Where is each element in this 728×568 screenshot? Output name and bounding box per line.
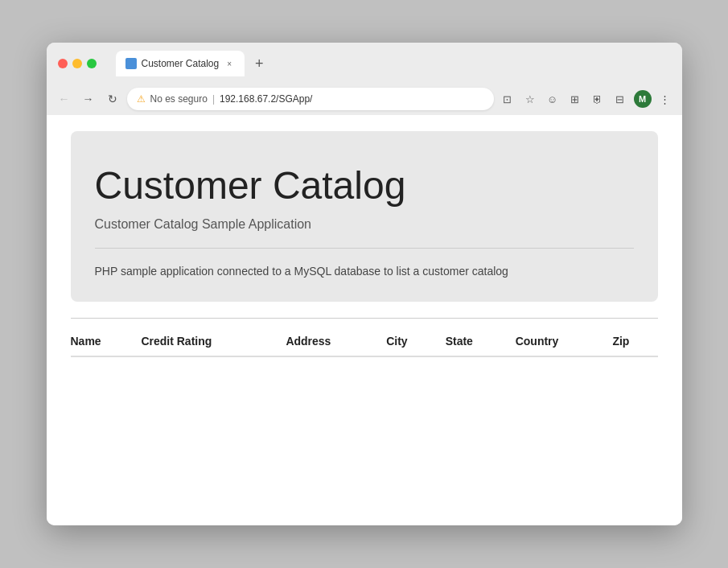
tab-bar: Customer Catalog × + <box>116 51 671 76</box>
title-bar: Customer Catalog × + <box>47 43 682 83</box>
table-header-row: NameCredit RatingAddressCityStateCountry… <box>71 327 658 356</box>
browser-toolbar-icons: ⊡ ☆ ☺ ⊞ ⛨ ⊟ M ⋮ <box>499 90 674 108</box>
customer-table: NameCredit RatingAddressCityStateCountry… <box>71 327 658 357</box>
shield-icon[interactable]: ⛨ <box>589 90 607 108</box>
page-subtitle: Customer Catalog Sample Application <box>95 217 634 232</box>
back-button[interactable]: ← <box>55 89 74 109</box>
url-text: 192.168.67.2/SGApp/ <box>220 93 484 105</box>
tab-title: Customer Catalog <box>142 58 220 69</box>
page-description: PHP sample application connected to a My… <box>95 265 634 278</box>
bookmark-icon[interactable]: ☆ <box>521 90 539 108</box>
translate-icon[interactable]: ⊡ <box>499 90 516 108</box>
extensions-icon[interactable]: ⊞ <box>566 90 584 108</box>
address-bar[interactable]: ⚠ No es seguro | 192.168.67.2/SGApp/ <box>127 88 494 110</box>
menu-icon[interactable]: ⋮ <box>656 90 674 108</box>
close-window-button[interactable] <box>58 59 68 68</box>
maximize-window-button[interactable] <box>87 59 97 68</box>
security-text: No es seguro <box>150 93 208 105</box>
table-header-country: Country <box>509 327 607 356</box>
active-tab[interactable]: Customer Catalog × <box>116 51 245 76</box>
new-tab-button[interactable]: + <box>248 52 270 75</box>
user-avatar[interactable]: M <box>634 90 652 108</box>
emoji-icon[interactable]: ☺ <box>544 90 561 108</box>
browser-window: Customer Catalog × + ← → ↻ ⚠ No es segur… <box>47 43 682 525</box>
security-warning-icon: ⚠ <box>137 93 146 105</box>
table-header-state: State <box>439 327 509 356</box>
forward-button[interactable]: → <box>79 89 98 109</box>
table-header-city: City <box>380 327 439 356</box>
table-top-divider <box>71 318 658 319</box>
hero-divider <box>95 248 634 249</box>
page-title: Customer Catalog <box>95 163 634 208</box>
tab-favicon-icon <box>125 58 137 69</box>
puzzle-icon[interactable]: ⊟ <box>611 90 629 108</box>
reload-button[interactable]: ↻ <box>103 89 122 109</box>
tab-close-button[interactable]: × <box>224 58 235 69</box>
address-bar-row: ← → ↻ ⚠ No es seguro | 192.168.67.2/SGAp… <box>47 83 682 115</box>
separator: | <box>212 93 215 105</box>
page-content: Customer Catalog Customer Catalog Sample… <box>47 115 682 525</box>
hero-section: Customer Catalog Customer Catalog Sample… <box>71 131 658 302</box>
traffic-lights <box>58 59 97 68</box>
table-header-name: Name <box>71 327 135 356</box>
table-header-address: Address <box>279 327 380 356</box>
table-header-zip: Zip <box>606 327 657 356</box>
minimize-window-button[interactable] <box>72 59 82 68</box>
table-header-credit-rating: Credit Rating <box>134 327 279 356</box>
